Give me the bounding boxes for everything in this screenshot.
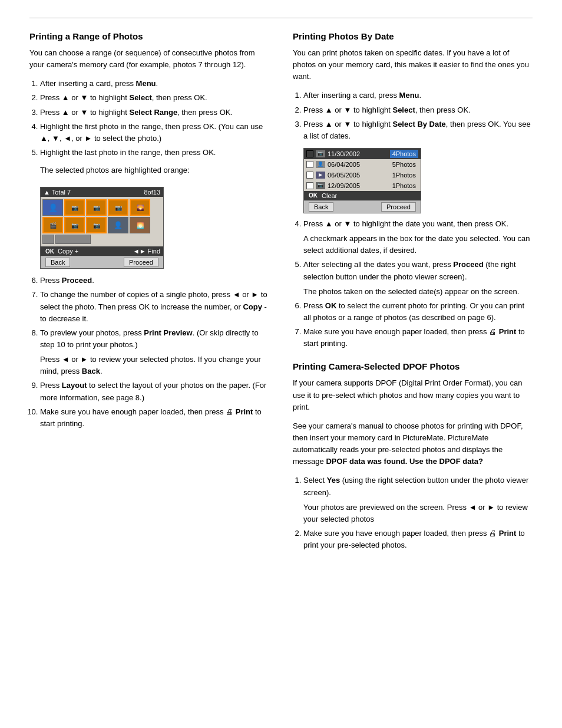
two-column-layout: Printing a Range of Photos You can choos…	[29, 31, 533, 557]
date-count-1: 4Photos	[390, 150, 418, 158]
left-section-title: Printing a Range of Photos	[29, 31, 269, 41]
screen-find: ◄► Find	[133, 248, 160, 255]
date-screen-container: 📷 11/30/2002 4Photos 👤 06/04/2005 5Photo…	[303, 148, 533, 213]
date-count-2: 5Photos	[390, 160, 418, 169]
right-intro-1: You can print photos taken on specific d…	[293, 47, 533, 83]
left-step-2: Press ▲ or ▼ to highlight Select, then p…	[40, 92, 269, 104]
photo-1: 👤	[42, 199, 63, 216]
left-column: Printing a Range of Photos You can choos…	[29, 31, 269, 557]
date-row-2: 👤 06/04/2005 5Photos	[304, 159, 421, 170]
right-step-4: Press ▲ or ▼ to highlight the date you w…	[303, 218, 533, 256]
right-section-title-1: Printing Photos By Date	[293, 31, 533, 41]
right-step-1: After inserting a card, press Menu.	[303, 90, 533, 101]
date-checkbox-1	[306, 150, 313, 157]
photo-9: 👤	[108, 217, 128, 233]
photo-10: 🌅	[130, 217, 150, 233]
date-checkbox-2	[306, 161, 313, 168]
photo-11	[42, 235, 54, 244]
left-step-6: Press Proceed.	[40, 275, 269, 286]
right-column: Printing Photos By Date You can print ph…	[293, 31, 533, 557]
photo-8: 📷	[86, 217, 107, 233]
left-step-5: Highlight the last photo in the range, t…	[40, 147, 269, 159]
dpof-step1-note: Your photos are previewed on the screen.…	[303, 502, 533, 525]
photo-row-1: 👤 📷 📷 📷 🌄	[42, 199, 161, 216]
date-row-3: ▶ 06/05/2005 1Photos	[304, 170, 421, 180]
date-row-1: 📷 11/30/2002 4Photos	[304, 149, 421, 159]
step8-note: Press ◄ or ► to review your selected pho…	[40, 354, 269, 377]
date-icon-3: ▶	[316, 172, 325, 179]
date-checkbox-4	[306, 182, 313, 189]
left-step-10: Make sure you have enough paper loaded, …	[40, 406, 269, 430]
date-proceed-btn[interactable]: Proceed	[381, 202, 416, 212]
left-steps-continued: Press Proceed. To change the number of c…	[40, 275, 269, 430]
left-step-9: Press Layout to select the layout of you…	[40, 380, 269, 403]
date-count-4: 1Photos	[390, 182, 418, 190]
dpof-section: Printing Camera-Selected DPOF Photos If …	[293, 361, 533, 551]
date-text-3: 06/05/2005	[328, 172, 388, 179]
page: Printing a Range of Photos You can choos…	[0, 0, 562, 728]
date-clear-row: OK Clear	[304, 191, 421, 200]
selected-note: The selected photos are highlighted oran…	[40, 164, 269, 176]
date-text-2: 06/04/2005	[328, 161, 388, 168]
date-back-btn[interactable]: Back	[309, 202, 333, 212]
date-icon-1: 📷	[316, 150, 325, 157]
step4-note: A checkmark appears in the box for the d…	[303, 233, 533, 256]
right-step-6: Press OK to select the current photo for…	[303, 300, 533, 324]
screen-bottom-bar: OK Copy + ◄► Find	[41, 246, 163, 256]
right-step-2: Press ▲ or ▼ to highlight Select, then p…	[303, 104, 533, 116]
screen-back-btn[interactable]: Back	[45, 258, 70, 267]
photo-7: 📷	[64, 217, 85, 233]
screen-title-left: ▲ Total 7	[44, 189, 71, 196]
top-rule	[29, 18, 533, 18]
photo-2: 📷	[64, 199, 85, 216]
dpof-step-1: Select Yes (using the right selection bu…	[303, 475, 533, 525]
right-step-7: Make sure you have enough paper loaded, …	[303, 326, 533, 350]
date-row-4: 📷 12/09/2005 1Photos	[304, 180, 421, 191]
photo-row-2: 🎬 📷 📷 👤 🌅	[42, 217, 161, 233]
ui-screen-box: ▲ Total 7 8of13 👤 📷 📷 📷 🌄	[40, 187, 164, 269]
dpof-intro-2: See your camera's manual to choose photo…	[293, 420, 533, 468]
photo-bar	[55, 235, 91, 244]
date-nav-bar: Back Proceed	[304, 200, 421, 213]
date-screen: 📷 11/30/2002 4Photos 👤 06/04/2005 5Photo…	[303, 148, 421, 213]
photo-5: 🌄	[130, 199, 150, 216]
dpof-intro-1: If your camera supports DPOF (Digital Pr…	[293, 377, 533, 413]
right-steps-1: After inserting a card, press Menu. Pres…	[303, 90, 533, 142]
right-step-5: After selecting all the dates you want, …	[303, 259, 533, 297]
date-text-1: 11/30/2002	[328, 150, 388, 157]
date-text-4: 12/09/2005	[328, 182, 388, 189]
photo-grid: 👤 📷 📷 📷 🌄 🎬 📷 📷 👤 🌅	[41, 197, 163, 246]
step5-note: The photos taken on the selected date(s)…	[303, 286, 533, 298]
left-step-7: To change the number of copies of a sing…	[40, 289, 269, 324]
date-checkbox-3	[306, 172, 313, 179]
photo-6: 🎬	[42, 217, 63, 233]
left-step-8: To preview your photos, press Print Prev…	[40, 327, 269, 378]
screen-proceed-btn[interactable]: Proceed	[124, 258, 158, 267]
date-ok-badge: OK	[307, 192, 319, 199]
right-steps-2: Press ▲ or ▼ to highlight the date you w…	[303, 218, 533, 350]
left-step-1: After inserting a card, press Menu.	[40, 78, 269, 90]
left-step-4: Highlight the first photo in the range, …	[40, 121, 269, 144]
photo-screen: ▲ Total 7 8of13 👤 📷 📷 📷 🌄	[40, 187, 164, 269]
photo-row-3	[42, 235, 161, 244]
screen-ok-copy: OK Copy +	[44, 248, 78, 255]
right-section-title-2: Printing Camera-Selected DPOF Photos	[293, 361, 533, 371]
left-step-3: Press ▲ or ▼ to highlight Select Range, …	[40, 107, 269, 118]
date-icon-2: 👤	[316, 161, 325, 168]
dpof-steps: Select Yes (using the right selection bu…	[303, 475, 533, 551]
screen-title-right: 8of13	[144, 189, 160, 196]
photo-3: 📷	[86, 199, 107, 216]
photo-4: 📷	[108, 199, 128, 216]
right-step-3: Press ▲ or ▼ to highlight Select By Date…	[303, 118, 533, 142]
screen-title-bar: ▲ Total 7 8of13	[41, 187, 163, 197]
date-icon-4: 📷	[316, 182, 325, 189]
date-count-3: 1Photos	[390, 171, 418, 179]
screen-nav-bar: Back Proceed	[41, 256, 163, 268]
date-clear-label: Clear	[322, 192, 337, 199]
left-intro: You can choose a range (or sequence) of …	[29, 47, 269, 71]
left-steps-list: After inserting a card, press Menu. Pres…	[40, 78, 269, 159]
dpof-step-2: Make sure you have enough paper loaded, …	[303, 528, 533, 551]
